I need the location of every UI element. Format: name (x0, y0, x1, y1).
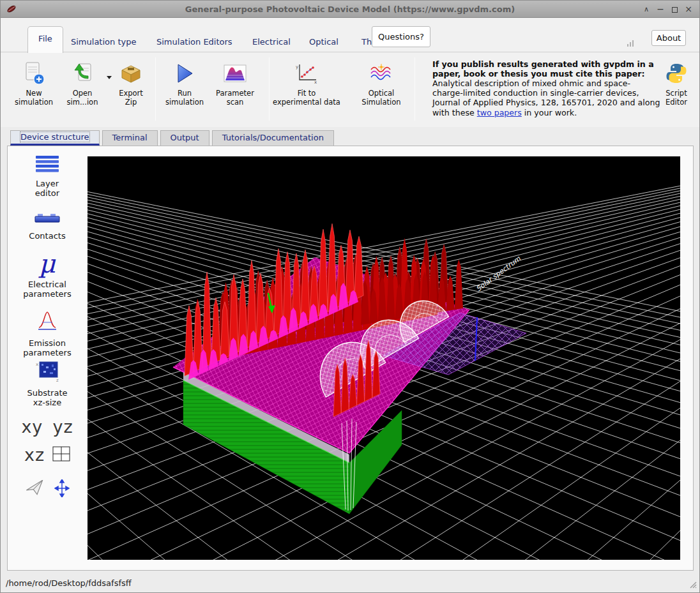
current-path: /home/rod/Desktop/fddsafsfsff (6, 578, 132, 588)
window-title: General-purpose Photovoltaic Device Mode… (1, 1, 699, 18)
maximize-icon (672, 7, 678, 13)
parameter-scan-icon (208, 60, 262, 87)
citation-bold: If you publish results generated with gv… (432, 59, 654, 79)
open-simulation-button[interactable]: Open sim...ion (56, 60, 109, 107)
tab-file[interactable]: File (27, 26, 63, 53)
run-simulation-button[interactable]: Run simulation (158, 60, 211, 107)
view-tools-row (8, 479, 87, 500)
titlebar: General-purpose Photovoltaic Device Mode… (1, 1, 699, 18)
menu-tab-bar: File Simulation type Simulation Editors … (1, 18, 699, 52)
tab-terminal[interactable]: Terminal (102, 130, 158, 146)
toolbar-separator (415, 57, 415, 121)
two-papers-link[interactable]: two papers (477, 108, 522, 117)
statusbar: /home/rod/Desktop/fddsafsfsff (1, 571, 699, 593)
view-yz-button[interactable]: yz (52, 417, 73, 437)
fit-experimental-data-button[interactable]: yx Fit to experimental data (268, 60, 345, 107)
shade-window-button[interactable]: ∧ (639, 1, 653, 18)
emission-parameters-button[interactable]: Emission parameters (8, 308, 87, 358)
fit-data-icon: yx (268, 60, 345, 87)
about-button[interactable]: About (651, 30, 686, 46)
paper-plane-icon[interactable] (25, 480, 45, 499)
grid-view-icon[interactable] (52, 446, 70, 464)
svg-text:x: x (36, 362, 38, 367)
contacts-button[interactable]: Contacts (8, 211, 87, 241)
new-simulation-button[interactable]: New simulation (7, 60, 61, 107)
optical-simulation-icon (349, 60, 413, 87)
3d-scene: Solar spectrum (88, 156, 680, 560)
tab-simulation-editors[interactable]: Simulation Editors (156, 37, 232, 47)
svg-text:y: y (296, 64, 298, 70)
tab-optical[interactable]: Optical (309, 37, 339, 47)
move-axes-icon[interactable] (54, 479, 70, 500)
minimize-button[interactable]: − (653, 1, 667, 18)
layer-editor-icon (34, 163, 61, 176)
emission-parameters-icon (35, 323, 59, 335)
script-editor-icon (650, 60, 700, 87)
substrate-xz-size-button[interactable]: xz Substrate xz-size (8, 361, 87, 408)
export-zip-icon (104, 60, 158, 87)
document-tab-bar: Device structure Terminal Output Tutoria… (10, 130, 334, 146)
export-zip-button[interactable]: Export Zip (104, 60, 158, 107)
view-xy-yz-buttons: xy yz (8, 417, 87, 437)
tab-electrical[interactable]: Electrical (252, 37, 291, 47)
questions-button[interactable]: Questions? (372, 26, 430, 47)
toolbar: New simulation Open sim...ion Export Zip… (1, 52, 699, 127)
device-3d-viewport[interactable]: Solar spectrum (88, 156, 680, 560)
resize-grip[interactable] (689, 580, 697, 592)
electrical-parameters-button[interactable]: µ Electrical parameters (8, 251, 87, 299)
run-simulation-icon (158, 60, 211, 87)
layer-editor-button[interactable]: Layer editor (8, 155, 87, 199)
substrate-image-icon: xz (34, 373, 60, 385)
view-xz-row: xz (8, 445, 87, 465)
toolbar-separator (155, 57, 156, 121)
maximize-button[interactable] (667, 1, 681, 18)
script-editor-button[interactable]: Script Editor (650, 60, 700, 107)
citation-tail: in your work. (522, 108, 577, 117)
tab-output[interactable]: Output (160, 130, 209, 146)
close-button[interactable]: × (681, 1, 696, 18)
svg-text:z: z (56, 378, 59, 382)
parameter-scan-button[interactable]: Parameter scan (208, 60, 262, 107)
contacts-icon (33, 216, 61, 228)
device-model: Solar spectrum (173, 223, 526, 514)
optical-simulation-button[interactable]: Optical Simulation (349, 60, 413, 107)
device-structure-panel: Layer editor Contacts µ Electrical param… (7, 146, 694, 571)
signal-icon (627, 37, 635, 49)
view-xz-button[interactable]: xz (24, 445, 45, 465)
view-xy-button[interactable]: xy (21, 417, 43, 437)
svg-text:x: x (314, 80, 317, 84)
tab-simulation-type[interactable]: Simulation type (71, 37, 136, 47)
tab-tutorials-documentation[interactable]: Tutorials/Documentation (212, 130, 334, 146)
app-window: General-purpose Photovoltaic Device Mode… (0, 0, 700, 593)
new-simulation-icon (7, 60, 61, 87)
open-simulation-icon (56, 60, 109, 87)
citation-text: If you publish results generated with gv… (432, 59, 661, 117)
mu-icon: µ (8, 251, 87, 276)
sidebar: Layer editor Contacts µ Electrical param… (8, 146, 87, 570)
tab-device-structure[interactable]: Device structure (10, 130, 100, 146)
